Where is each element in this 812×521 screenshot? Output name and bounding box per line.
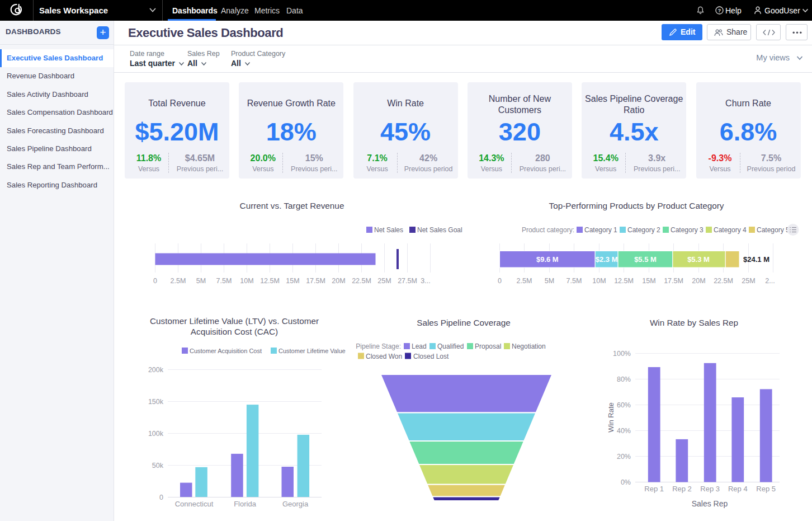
svg-text:Category 5: Category 5 — [757, 226, 790, 234]
svg-text:25M: 25M — [742, 277, 755, 285]
svg-text:200k: 200k — [148, 366, 164, 374]
svg-text:12.5M: 12.5M — [260, 277, 280, 285]
svg-text:12.5M: 12.5M — [614, 277, 634, 285]
svg-text:0: 0 — [153, 277, 157, 285]
svg-text:Rep 2: Rep 2 — [672, 485, 692, 493]
svg-text:20M: 20M — [692, 277, 705, 285]
svg-text:2...: 2... — [765, 277, 775, 285]
svg-text:Connecticut: Connecticut — [175, 500, 214, 508]
svg-text:Florida: Florida — [234, 500, 257, 508]
svg-text:Category 3: Category 3 — [671, 226, 704, 234]
svg-text:$5.3 M: $5.3 M — [687, 255, 710, 264]
svg-text:Closed Lost: Closed Lost — [413, 353, 449, 360]
svg-text:Rep 5: Rep 5 — [756, 485, 776, 493]
svg-text:Sales Rep: Sales Rep — [692, 499, 728, 508]
svg-text:27.5M: 27.5M — [398, 277, 417, 285]
svg-text:Category 2: Category 2 — [627, 226, 660, 234]
svg-text:Current vs. Target Revenue: Current vs. Target Revenue — [240, 201, 344, 210]
svg-text:5M: 5M — [196, 277, 206, 285]
svg-text:100k: 100k — [148, 430, 164, 438]
svg-text:3...: 3... — [421, 277, 430, 285]
svg-text:$2.3 M: $2.3 M — [596, 255, 618, 264]
svg-text:10M: 10M — [592, 277, 606, 285]
svg-text:Win Rate: Win Rate — [607, 402, 615, 432]
svg-text:15M: 15M — [286, 277, 299, 285]
svg-text:22.5M: 22.5M — [352, 277, 371, 285]
svg-text:10M: 10M — [240, 277, 253, 285]
svg-text:Rep 1: Rep 1 — [644, 485, 664, 493]
svg-text:Lead: Lead — [412, 342, 427, 350]
svg-text:Qualified: Qualified — [437, 342, 464, 350]
svg-text:20M: 20M — [332, 277, 345, 285]
svg-text:$24.1 M: $24.1 M — [743, 255, 769, 264]
svg-text:$9.6 M: $9.6 M — [536, 255, 559, 264]
svg-text:7.5M: 7.5M — [216, 277, 232, 285]
svg-text:17.5M: 17.5M — [664, 277, 683, 285]
svg-text:Sales Pipeline Coverage: Sales Pipeline Coverage — [417, 318, 511, 327]
svg-text:Closed Won: Closed Won — [366, 353, 402, 360]
svg-text:15M: 15M — [642, 277, 655, 285]
svg-text:Acquisition Cost (CAC): Acquisition Cost (CAC) — [191, 327, 278, 336]
svg-text:2.5M: 2.5M — [171, 277, 186, 285]
svg-text:Customer Acquisition Cost: Customer Acquisition Cost — [190, 348, 262, 354]
svg-text:Category 1: Category 1 — [584, 226, 617, 234]
svg-text:40%: 40% — [617, 427, 631, 435]
svg-text:Rep 3: Rep 3 — [700, 485, 720, 493]
svg-text:Customer Lifetime Value: Customer Lifetime Value — [278, 348, 346, 354]
svg-text:80%: 80% — [617, 376, 631, 383]
svg-text:Win Rate by Sales Rep: Win Rate by Sales Rep — [650, 318, 738, 327]
svg-text:Georgia: Georgia — [282, 500, 309, 508]
svg-text:Pipeline Stage:: Pipeline Stage: — [356, 342, 401, 350]
svg-text:150k: 150k — [148, 398, 164, 406]
svg-text:Rep 4: Rep 4 — [728, 485, 748, 493]
svg-text:0: 0 — [498, 277, 502, 285]
svg-text:Net Sales: Net Sales — [374, 226, 403, 234]
svg-text:Category 4: Category 4 — [714, 226, 747, 234]
svg-text:Product category:: Product category: — [522, 226, 574, 234]
svg-text:Negotiation: Negotiation — [512, 342, 546, 350]
svg-text:Net Sales Goal: Net Sales Goal — [417, 226, 462, 234]
svg-text:60%: 60% — [617, 401, 631, 409]
svg-text:Proposal: Proposal — [475, 342, 501, 350]
svg-text:22.5M: 22.5M — [714, 277, 733, 285]
svg-text:7.5M: 7.5M — [566, 277, 582, 285]
svg-text:25M: 25M — [377, 277, 391, 285]
svg-text:?: ? — [718, 7, 721, 13]
svg-text:5M: 5M — [545, 277, 554, 285]
svg-text:2.5M: 2.5M — [517, 277, 532, 285]
svg-text:20%: 20% — [617, 453, 631, 461]
svg-text:Customer Lifetime Value (LTV): Customer Lifetime Value (LTV) vs. Custom… — [150, 316, 319, 326]
svg-text:50k: 50k — [152, 462, 164, 470]
svg-text:0: 0 — [159, 494, 163, 501]
svg-text:100%: 100% — [613, 350, 631, 358]
svg-text:$5.5 M: $5.5 M — [634, 255, 657, 264]
svg-text:Top-Performing Products by Pro: Top-Performing Products by Product Categ… — [549, 201, 724, 210]
svg-text:0%: 0% — [621, 478, 631, 486]
svg-text:17.5M: 17.5M — [306, 277, 325, 285]
